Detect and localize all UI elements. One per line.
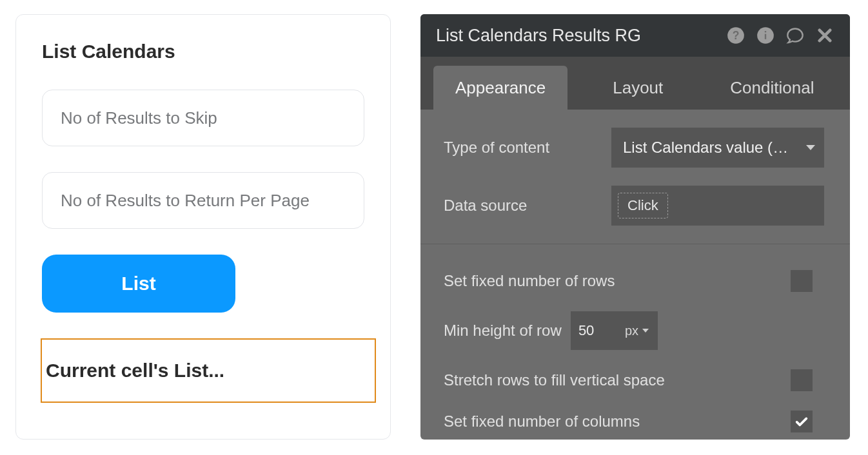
min-height-unit-select[interactable]: px [616, 324, 658, 338]
row-stretch-rows: Stretch rows to fill vertical space [444, 369, 832, 391]
tab-conditional[interactable]: Conditional [708, 66, 836, 110]
min-height-label: Min height of row [444, 322, 562, 340]
data-source-label: Data source [444, 197, 611, 215]
type-of-content-value: List Calendars value (O... [623, 139, 797, 157]
header-icons: ? [726, 26, 834, 45]
properties-panel: List Calendars Results RG ? Appearance L… [420, 14, 850, 440]
close-icon[interactable] [815, 26, 834, 45]
data-source-click-chip[interactable]: Click [618, 193, 668, 218]
fixed-rows-checkbox[interactable] [791, 270, 813, 292]
svg-text:?: ? [733, 29, 740, 42]
row-min-height: Min height of row px [444, 311, 832, 350]
fixed-cols-label: Set fixed number of columns [444, 412, 640, 431]
row-fixed-cols: Set fixed number of columns [444, 411, 832, 432]
layout-section: Set fixed number of rows Min height of r… [420, 270, 850, 432]
appearance-section: Type of content List Calendars value (O.… [420, 110, 850, 226]
list-button[interactable]: List [42, 255, 235, 313]
min-height-input[interactable] [571, 311, 616, 350]
card-title: List Calendars [42, 41, 364, 63]
row-data-source: Data source Click [444, 186, 832, 226]
tab-appearance[interactable]: Appearance [433, 66, 567, 110]
min-height-control: px [571, 311, 658, 350]
min-height-unit-label: px [625, 324, 638, 338]
current-cell-element[interactable]: Current cell's List... [41, 338, 376, 403]
panel-tabs: Appearance Layout Conditional [420, 57, 850, 110]
svg-rect-3 [765, 34, 766, 39]
results-per-page-input[interactable] [42, 172, 364, 229]
panel-header: List Calendars Results RG ? [420, 14, 850, 57]
section-divider [420, 244, 850, 244]
tab-layout[interactable]: Layout [591, 66, 685, 110]
type-of-content-select[interactable]: List Calendars value (O... [611, 128, 824, 168]
list-calendars-card: List Calendars List Current cell's List.… [15, 14, 391, 440]
info-icon[interactable] [756, 26, 775, 45]
row-type-of-content: Type of content List Calendars value (O.… [444, 128, 832, 168]
help-icon[interactable]: ? [726, 26, 745, 45]
data-source-field[interactable]: Click [611, 186, 824, 226]
stretch-rows-checkbox[interactable] [791, 369, 813, 391]
type-of-content-label: Type of content [444, 139, 611, 157]
chevron-down-icon [806, 145, 815, 150]
fixed-rows-label: Set fixed number of rows [444, 272, 615, 290]
results-to-skip-input[interactable] [42, 90, 364, 146]
panel-title: List Calendars Results RG [436, 26, 726, 46]
chevron-down-icon [642, 329, 649, 333]
stretch-rows-label: Stretch rows to fill vertical space [444, 371, 665, 389]
row-fixed-rows: Set fixed number of rows [444, 270, 832, 292]
comment-icon[interactable] [785, 26, 805, 45]
current-cell-label: Current cell's List... [46, 360, 224, 382]
svg-rect-4 [765, 31, 766, 32]
fixed-cols-checkbox[interactable] [791, 411, 813, 432]
